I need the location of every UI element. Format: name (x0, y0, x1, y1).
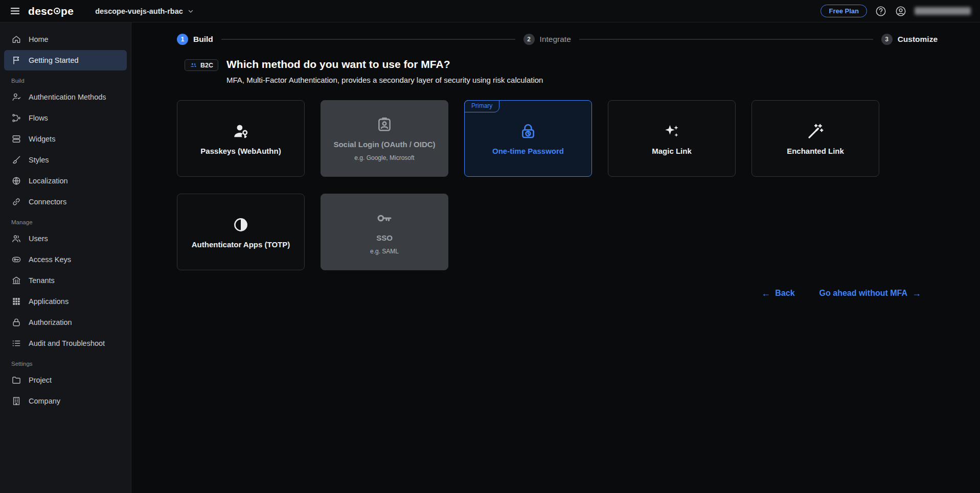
stepper-line (579, 39, 873, 40)
passkey-person-icon (232, 122, 249, 140)
project-selector[interactable]: descope-vuejs-auth-rbac (95, 7, 194, 15)
sidebar-item-label: Styles (29, 156, 49, 164)
step-number: 2 (523, 34, 535, 45)
step-customize[interactable]: 3 Customize (881, 34, 938, 45)
menu-icon[interactable] (9, 5, 21, 17)
sidebar-item-label: Access Keys (29, 255, 71, 264)
sidebar-section-settings: Settings (11, 361, 131, 367)
sidebar-item-label: Tenants (29, 276, 55, 285)
card-sublabel: e.g. Google, Microsoft (354, 154, 414, 161)
sidebar-item-project[interactable]: Project (4, 370, 127, 390)
card-enchanted-link[interactable]: Enchanted Link (751, 100, 879, 177)
sidebar-item-widgets[interactable]: Widgets (4, 129, 127, 149)
sso-key-icon (376, 209, 393, 227)
sidebar-item-flows[interactable]: Flows (4, 108, 127, 128)
card-label: Enchanted Link (787, 147, 844, 155)
sidebar-item-label: Audit and Troubleshoot (29, 339, 105, 347)
step-label: Customize (898, 35, 938, 44)
magic-wand-icon (807, 122, 824, 140)
sidebar-item-authorization[interactable]: Authorization (4, 312, 127, 333)
card-one-time-password[interactable]: Primary One-time Password (464, 100, 592, 177)
building-icon (11, 396, 21, 406)
sidebar-item-getting-started[interactable]: Getting Started (4, 50, 127, 71)
globe-icon (11, 176, 21, 186)
key-icon (11, 254, 21, 265)
id-badge-icon (376, 115, 393, 134)
card-sublabel: e.g. SAML (370, 248, 399, 255)
back-label: Back (775, 289, 794, 298)
brush-icon (11, 155, 21, 165)
card-authenticator-apps-totp[interactable]: Authenticator Apps (TOTP) (177, 194, 305, 270)
logo-target-icon (54, 8, 60, 14)
step-label: Integrate (540, 35, 571, 44)
card-label: Authenticator Apps (TOTP) (192, 240, 290, 249)
card-magic-link[interactable]: Magic Link (608, 100, 736, 177)
tenants-icon (11, 275, 21, 286)
back-button[interactable]: ← Back (761, 289, 794, 298)
top-bar: desc pe descope-vuejs-auth-rbac Free Pla… (0, 0, 980, 22)
free-plan-badge[interactable]: Free Plan (821, 5, 867, 17)
flag-icon (11, 55, 21, 65)
sidebar-item-label: Project (29, 376, 52, 384)
card-passkeys-webauthn[interactable]: Passkeys (WebAuthn) (177, 100, 305, 177)
sparkles-icon (663, 122, 680, 140)
descope-logo: desc pe (28, 5, 74, 17)
sidebar-section-build: Build (11, 78, 131, 84)
sidebar-item-label: Localization (29, 177, 68, 185)
sidebar-item-label: Getting Started (29, 56, 79, 64)
widgets-icon (11, 134, 21, 144)
sidebar-item-authentication-methods[interactable]: Authentication Methods (4, 87, 127, 107)
logo-text-pre: desc (28, 5, 53, 17)
users-icon (11, 233, 21, 244)
card-label: Magic Link (652, 147, 692, 155)
lock-icon (11, 317, 21, 327)
mfa-method-cards: Passkeys (WebAuthn) Social Login (OAuth … (177, 100, 882, 270)
sidebar-item-label: Applications (29, 297, 69, 306)
sidebar-item-label: Authorization (29, 318, 72, 326)
stepper: 1 Build 2 Integrate 3 Customize (177, 33, 938, 45)
user-avatar-icon[interactable] (895, 5, 907, 17)
wizard-footer: ← Back Go ahead without MFA → (131, 289, 980, 298)
list-icon (11, 338, 21, 348)
grid-icon (11, 296, 21, 307)
arrow-left-icon: ← (761, 289, 770, 298)
arrow-right-icon: → (912, 289, 921, 298)
flows-icon (11, 113, 21, 123)
sidebar-item-localization[interactable]: Localization (4, 171, 127, 191)
sidebar: Home Getting Started Build Authenticatio… (0, 22, 131, 493)
sidebar-item-styles[interactable]: Styles (4, 150, 127, 170)
sidebar-item-audit-and-troubleshoot[interactable]: Audit and Troubleshoot (4, 333, 127, 354)
page-subtitle: MFA, Multi-Factor Authentication, provid… (226, 76, 543, 85)
step-build[interactable]: 1 Build (177, 34, 213, 45)
contrast-circle-icon (232, 216, 249, 234)
sidebar-item-tenants[interactable]: Tenants (4, 270, 127, 291)
card-label: SSO (376, 233, 393, 242)
primary-tag: Primary (464, 100, 499, 112)
user-name-redacted (915, 7, 971, 15)
folder-icon (11, 375, 21, 385)
main-content: 1 Build 2 Integrate 3 Customize B2C Whic… (131, 22, 980, 493)
auth-methods-icon (11, 92, 21, 102)
sidebar-item-connectors[interactable]: Connectors (4, 192, 127, 212)
step-integrate[interactable]: 2 Integrate (523, 34, 571, 45)
sidebar-item-access-keys[interactable]: Access Keys (4, 249, 127, 270)
sidebar-item-users[interactable]: Users (4, 228, 127, 249)
sidebar-item-home[interactable]: Home (4, 29, 127, 50)
help-icon[interactable] (875, 5, 887, 17)
skip-label: Go ahead without MFA (819, 289, 907, 298)
card-social-login: Social Login (OAuth / OIDC) e.g. Google,… (321, 100, 448, 177)
step-number: 1 (177, 34, 188, 45)
logo-text-post: pe (61, 5, 74, 17)
card-sso: SSO e.g. SAML (321, 194, 448, 270)
people-icon (190, 61, 197, 69)
page-title: Which method do you want to use for MFA? (226, 58, 543, 71)
skip-mfa-button[interactable]: Go ahead without MFA → (819, 289, 921, 298)
sidebar-item-label: Users (29, 234, 48, 243)
card-label: Passkeys (WebAuthn) (200, 147, 281, 155)
b2c-badge: B2C (185, 59, 218, 71)
sidebar-item-label: Authentication Methods (29, 93, 106, 101)
sidebar-item-company[interactable]: Company (4, 391, 127, 411)
sidebar-item-applications[interactable]: Applications (4, 291, 127, 312)
stepper-line (221, 39, 515, 40)
card-label: Social Login (OAuth / OIDC) (333, 140, 435, 149)
